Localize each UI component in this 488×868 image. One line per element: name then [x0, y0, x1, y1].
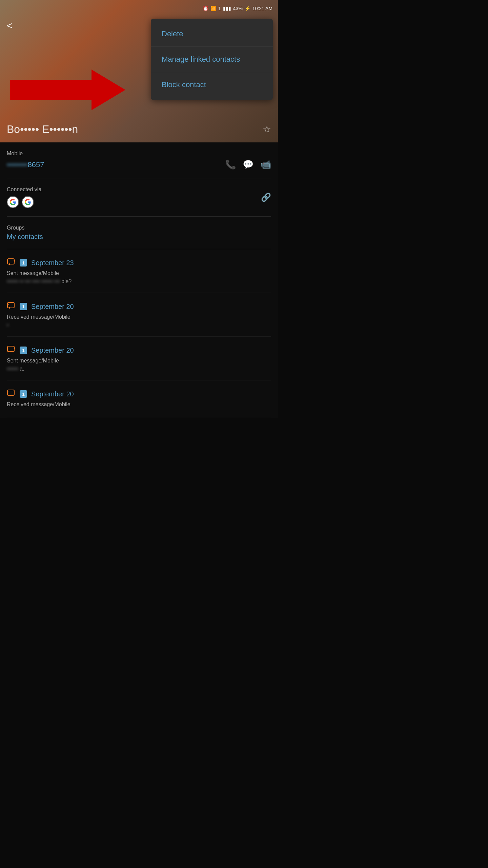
connected-via-label: Connected via: [7, 186, 41, 193]
activity-preview-3: •••••• a.: [7, 366, 271, 372]
back-icon: <: [7, 20, 12, 31]
activity-badge-2: 1: [20, 303, 27, 310]
activity-item-1: 1 September 23 Sent message/Mobile •••••…: [7, 249, 271, 293]
phone-row: ••••••••8657 📞 💬 📹: [7, 159, 271, 170]
sent-message-icon-3: [7, 345, 16, 356]
svg-marker-0: [10, 70, 125, 110]
red-arrow-indicator: [10, 63, 125, 118]
activity-type-2: Received message/Mobile: [7, 314, 271, 320]
received-message-icon-2: [7, 301, 16, 312]
video-icon[interactable]: 📹: [260, 159, 271, 170]
message-icon[interactable]: 💬: [243, 159, 253, 170]
activity-header-1: 1 September 23: [7, 257, 271, 268]
activity-item-2: 1 September 20 Received message/Mobile •: [7, 293, 271, 337]
status-icons: ⏰ 📶 1 ▮▮▮ 43% ⚡ 10:21 AM: [203, 6, 272, 11]
block-contact-menu-item[interactable]: Block contact: [151, 72, 273, 97]
svg-rect-4: [7, 390, 14, 395]
activity-date-3: September 20: [31, 347, 74, 354]
sent-message-icon-1: [7, 257, 16, 268]
action-icons: 📞 💬 📹: [225, 159, 271, 170]
groups-label: Groups: [7, 225, 271, 231]
link-icon[interactable]: 🔗: [261, 193, 271, 202]
groups-value[interactable]: My contacts: [7, 233, 271, 241]
activity-type-1: Sent message/Mobile: [7, 270, 271, 276]
manage-linked-contacts-menu-item[interactable]: Manage linked contacts: [151, 47, 273, 72]
sim-icon: 1: [218, 6, 221, 11]
signal-icon: ▮▮▮: [223, 6, 231, 11]
activity-badge-1: 1: [20, 259, 27, 267]
connected-via-section: Connected via: [7, 178, 271, 217]
svg-rect-3: [7, 346, 14, 352]
google-icons: [7, 196, 41, 208]
activity-type-3: Sent message/Mobile: [7, 358, 271, 364]
connected-left: Connected via: [7, 186, 41, 208]
activity-date-2: September 20: [31, 303, 74, 311]
received-message-icon-4: [7, 389, 16, 399]
activity-preview-2: •: [7, 322, 271, 328]
wifi-icon: 📶: [210, 6, 216, 11]
phone-label: Mobile: [7, 151, 271, 157]
phone-section: Mobile ••••••••8657 📞 💬 📹: [7, 142, 271, 178]
activity-date-1: September 23: [31, 259, 74, 267]
favorite-star-icon[interactable]: ☆: [263, 124, 271, 135]
activity-type-4: Received message/Mobile: [7, 401, 271, 408]
contact-name-row: Bo••••• E••••••n ☆: [7, 123, 271, 136]
delete-menu-item[interactable]: Delete: [151, 21, 273, 47]
activity-item-4: 1 September 20 Received message/Mobile: [7, 380, 271, 418]
phone-visible: 8657: [28, 160, 44, 169]
activity-header-3: 1 September 20: [7, 345, 271, 356]
svg-rect-2: [7, 302, 14, 308]
content-area: Mobile ••••••••8657 📞 💬 📹 Connected via: [0, 142, 278, 418]
google-icon-2: [22, 196, 34, 208]
activity-header-4: 1 September 20: [7, 389, 271, 399]
activity-preview-1: •••••• •• ••• •••• •••••• ••• ble?: [7, 278, 271, 284]
context-menu: Delete Manage linked contacts Block cont…: [151, 19, 273, 100]
svg-rect-1: [7, 259, 14, 264]
back-button[interactable]: <: [7, 20, 12, 31]
status-bar: ⏰ 📶 1 ▮▮▮ 43% ⚡ 10:21 AM: [0, 0, 278, 17]
groups-section: Groups My contacts: [7, 217, 271, 249]
activity-badge-4: 1: [20, 390, 27, 398]
alarm-icon: ⏰: [203, 6, 208, 11]
activity-date-4: September 20: [31, 390, 74, 398]
time-display: 10:21 AM: [252, 6, 272, 11]
battery-icon: ⚡: [245, 6, 250, 11]
activity-header-2: 1 September 20: [7, 301, 271, 312]
activity-badge-3: 1: [20, 347, 27, 354]
google-icon-1: [7, 196, 19, 208]
activity-item-3: 1 September 20 Sent message/Mobile •••••…: [7, 337, 271, 380]
header-area: < Delete Manage linked contacts Block co…: [0, 0, 278, 142]
battery-percent: 43%: [233, 6, 243, 11]
contact-name: Bo••••• E••••••n: [7, 123, 78, 136]
call-icon[interactable]: 📞: [225, 159, 236, 170]
phone-blurred: ••••••••: [7, 160, 28, 169]
phone-number[interactable]: ••••••••8657: [7, 160, 44, 169]
